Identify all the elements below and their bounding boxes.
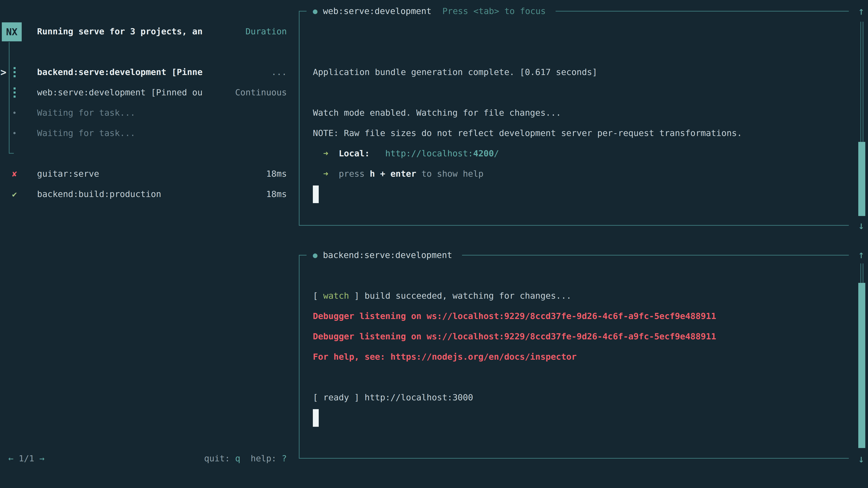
- page-indicator: 1/1: [13, 453, 39, 463]
- scroll-up-icon[interactable]: ↑: [854, 1, 868, 21]
- panel-border-left: [299, 255, 300, 459]
- panel-border-bottom: [299, 458, 849, 459]
- help-hint-label: help:: [240, 453, 282, 463]
- log-line: Application bundle generation complete. …: [313, 62, 597, 82]
- panel-border-bottom: [299, 225, 849, 226]
- panel-title: backend:serve:development: [323, 250, 452, 260]
- task-status-text: ...: [271, 62, 287, 82]
- log-line: [ watch ] build succeeded, watching for …: [313, 286, 571, 306]
- scroll-down-icon[interactable]: ↓: [854, 215, 868, 236]
- page-prev-icon[interactable]: ←: [8, 453, 13, 463]
- task-row-web-serve[interactable]: web:serve:development [Pinned ou Continu…: [0, 82, 294, 103]
- waiting-dot-icon: [10, 103, 19, 123]
- task-name: guitar:serve: [37, 164, 99, 184]
- terminal-cursor: [313, 409, 319, 427]
- panel-border-top: [556, 11, 849, 11]
- page-title: Running serve for 3 projects, an: [37, 21, 203, 41]
- task-row-guitar-serve[interactable]: ✘ guitar:serve 18ms: [0, 164, 294, 184]
- panel-border-stub: [299, 255, 307, 256]
- task-row-backend-build[interactable]: ✔ backend:build:production 18ms: [0, 184, 294, 204]
- log-line-help-url: For help, see: https://nodejs.org/en/doc…: [313, 347, 577, 367]
- task-name: Waiting for task...: [37, 103, 135, 123]
- quit-key: q: [235, 453, 240, 463]
- scrollbar-track[interactable]: [860, 22, 864, 142]
- help-key: ?: [282, 453, 287, 463]
- task-group-bracket-foot: [9, 153, 14, 154]
- running-spinner-icon: [10, 62, 19, 82]
- status-bar: ← 1/1 → quit: q help: ?: [0, 448, 294, 468]
- panel-border-top: [462, 255, 849, 256]
- panel-border-left: [299, 11, 300, 226]
- task-duration: 18ms: [266, 184, 287, 204]
- log-line-ready-url[interactable]: [ ready ] http://localhost:3000: [313, 387, 473, 408]
- log-line: NOTE: Raw file sizes do not reflect deve…: [313, 123, 742, 143]
- panel-focus-hint: Press <tab> to focus: [442, 6, 546, 16]
- nx-tui-screen: NX Running serve for 3 projects, an Dura…: [0, 0, 868, 488]
- page-next-icon[interactable]: →: [39, 453, 44, 463]
- keyboard-hints: quit: q help: ?: [204, 448, 287, 468]
- waiting-dot-icon: [10, 123, 19, 143]
- scroll-down-icon[interactable]: ↓: [854, 449, 868, 469]
- task-name: backend:serve:development [Pinne: [37, 62, 203, 82]
- terminal-cursor: [313, 186, 319, 203]
- log-line: Watch mode enabled. Watching for file ch…: [313, 103, 561, 123]
- task-name: Waiting for task...: [37, 123, 135, 143]
- task-row-backend-serve[interactable]: backend:serve:development [Pinne ...: [0, 62, 294, 82]
- task-name: backend:build:production: [37, 184, 161, 204]
- task-status-text: Continuous: [235, 82, 287, 103]
- panel-title: web:serve:development: [323, 6, 431, 16]
- quit-hint-label: quit:: [204, 453, 235, 463]
- scrollbar-thumb[interactable]: [858, 142, 865, 216]
- log-line: ➜ press h + enter to show help: [313, 164, 484, 184]
- panel-status-dot-icon: ●: [313, 6, 317, 15]
- running-spinner-icon: [10, 82, 19, 103]
- success-check-icon: ✔: [10, 184, 19, 204]
- log-line-debugger: Debugger listening on ws://localhost:922…: [313, 306, 716, 326]
- scroll-up-icon[interactable]: ↑: [854, 245, 868, 265]
- log-line-debugger: Debugger listening on ws://localhost:922…: [313, 326, 716, 347]
- scrollbar-track[interactable]: [860, 263, 864, 283]
- task-row-waiting-2[interactable]: Waiting for task...: [0, 123, 294, 143]
- log-line-local-url[interactable]: ➜ Local: http://localhost:4200/: [313, 143, 499, 164]
- task-list-header: Running serve for 3 projects, an Duratio…: [0, 21, 294, 41]
- task-name: web:serve:development [Pinned ou: [37, 82, 203, 103]
- pagination: ← 1/1 →: [8, 448, 44, 468]
- panel-header: ● web:serve:development Press <tab> to f…: [299, 1, 849, 21]
- duration-column-header: Duration: [246, 21, 287, 41]
- scrollbar-thumb[interactable]: [858, 283, 865, 448]
- panel-border-stub: [299, 11, 307, 11]
- panel-status-dot-icon: ●: [313, 251, 317, 260]
- task-row-waiting-1[interactable]: Waiting for task...: [0, 103, 294, 123]
- failed-cross-icon: ✘: [10, 164, 19, 184]
- task-duration: 18ms: [266, 164, 287, 184]
- panel-header: ● backend:serve:development: [299, 245, 849, 265]
